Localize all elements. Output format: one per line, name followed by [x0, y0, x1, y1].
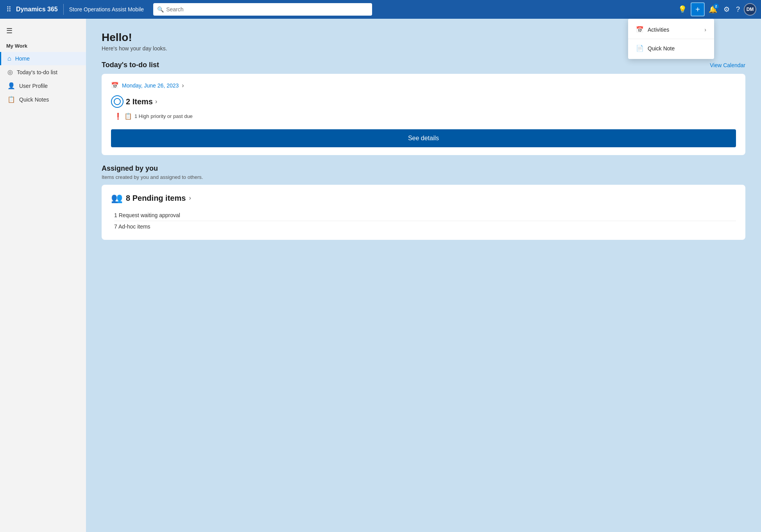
- items-circle-inner: [114, 98, 121, 105]
- sidebar-item-todo-label: Today's to-do list: [17, 69, 57, 75]
- help-button[interactable]: ?: [734, 3, 742, 16]
- home-icon: ⌂: [7, 55, 11, 62]
- search-bar[interactable]: 🔍: [153, 3, 372, 16]
- sidebar-item-home[interactable]: ⌂ Home: [0, 52, 86, 65]
- view-calendar-link[interactable]: View Calendar: [710, 62, 745, 68]
- people-icon: 👥: [111, 193, 123, 204]
- pending-chevron-icon[interactable]: ›: [189, 195, 191, 202]
- sidebar-item-notes-label: Quick Notes: [19, 96, 49, 103]
- notes-icon: 📋: [7, 96, 15, 103]
- top-nav: ⠿ Dynamics 365 Store Operations Assist M…: [0, 0, 761, 19]
- calendar-icon: 📅: [111, 82, 119, 89]
- pending-label: 8 Pending items: [126, 194, 186, 203]
- exclamation-icon: ❗: [114, 112, 122, 120]
- notification-badge: 2: [713, 4, 719, 9]
- todo-section-title: Today's to-do list: [102, 61, 159, 69]
- nav-divider: [63, 4, 64, 15]
- items-chevron-icon[interactable]: ›: [155, 98, 157, 105]
- see-details-button[interactable]: See details: [111, 129, 736, 147]
- assigned-card: 👥 8 Pending items › 1 Request waiting ap…: [102, 185, 745, 240]
- app-name: Store Operations Assist Mobile: [69, 6, 144, 12]
- waffle-menu-button[interactable]: ⠿: [5, 4, 13, 15]
- sidebar-item-todo[interactable]: ◎ Today's to-do list: [0, 65, 86, 79]
- search-icon: 🔍: [157, 6, 164, 12]
- activities-menu-item[interactable]: 📅 Activities ›: [628, 22, 714, 37]
- activities-icon: 📅: [636, 26, 644, 33]
- activities-dropdown: 📅 Activities › 📄 Quick Note: [628, 19, 714, 59]
- dropdown-divider: [628, 39, 714, 39]
- sidebar-item-profile[interactable]: 👤 User Profile: [0, 79, 86, 93]
- items-circle-icon: [111, 95, 124, 108]
- sidebar-item-home-label: Home: [15, 55, 30, 62]
- pending-item-2: 7 Ad-hoc items: [114, 221, 736, 232]
- date-row[interactable]: 📅 Monday, June 26, 2023 ›: [111, 82, 736, 89]
- quick-note-icon: 📄: [636, 45, 644, 52]
- todo-icon: ◎: [7, 68, 13, 76]
- lightbulb-button[interactable]: 💡: [676, 3, 689, 16]
- settings-button[interactable]: ⚙: [721, 3, 732, 16]
- profile-icon: 👤: [7, 82, 15, 89]
- pending-row: 👥 8 Pending items ›: [111, 193, 736, 204]
- activities-label: Activities: [648, 27, 669, 33]
- todo-section-header: Today's to-do list View Calendar: [102, 61, 745, 69]
- notification-button[interactable]: 🔔 2: [706, 3, 720, 16]
- alert-row: ❗ 📋 1 High priority or past due: [114, 112, 736, 120]
- main-content: Hello! Here's how your day looks. Today'…: [86, 19, 761, 532]
- items-row: 2 Items ›: [111, 95, 736, 108]
- assigned-title: Assigned by you: [102, 164, 745, 173]
- quick-note-label: Quick Note: [648, 45, 675, 52]
- task-icon: 📋: [124, 112, 132, 120]
- sidebar: ☰ My Work ⌂ Home ◎ Today's to-do list 👤 …: [0, 19, 86, 532]
- sidebar-section-label: My Work: [0, 41, 86, 52]
- sidebar-item-notes[interactable]: 📋 Quick Notes: [0, 93, 86, 106]
- high-priority-text: 1 High priority or past due: [134, 113, 193, 119]
- todo-card: 📅 Monday, June 26, 2023 › 2 Items › ❗ 📋 …: [102, 74, 745, 155]
- nav-actions: 💡 + 🔔 2 ⚙ ? DM: [676, 2, 756, 16]
- search-input[interactable]: [166, 6, 368, 12]
- sidebar-menu-button[interactable]: ☰: [0, 23, 86, 38]
- assigned-subtitle: Items created by you and assigned to oth…: [102, 174, 745, 180]
- sidebar-item-profile-label: User Profile: [19, 83, 48, 89]
- activities-chevron-icon: ›: [704, 27, 706, 33]
- avatar[interactable]: DM: [744, 3, 756, 16]
- date-label: Monday, June 26, 2023: [122, 82, 179, 89]
- add-button[interactable]: +: [691, 2, 705, 16]
- brand-name: Dynamics 365: [16, 6, 58, 13]
- pending-item-1: 1 Request waiting approval: [114, 210, 736, 221]
- main-layout: ☰ My Work ⌂ Home ◎ Today's to-do list 👤 …: [0, 19, 761, 532]
- items-count-label: 2 Items: [126, 97, 153, 106]
- quick-note-menu-item[interactable]: 📄 Quick Note: [628, 41, 714, 56]
- date-chevron-icon: ›: [182, 82, 184, 89]
